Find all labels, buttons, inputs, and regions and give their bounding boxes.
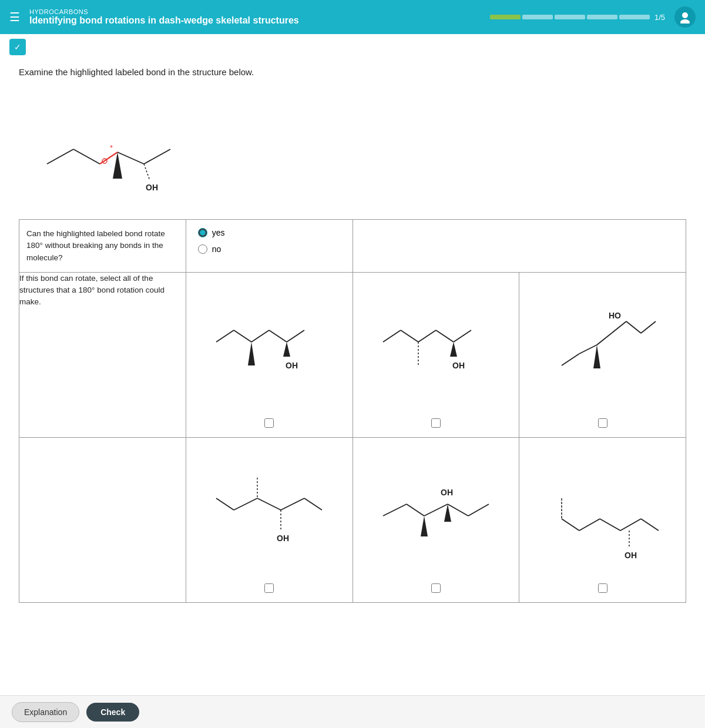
checkbox-6-area bbox=[598, 579, 607, 595]
svg-line-29 bbox=[626, 321, 641, 333]
checkbox-6[interactable] bbox=[598, 583, 607, 593]
structure-4-svg-area: OH bbox=[191, 447, 348, 579]
structure-5-svg-area: OH bbox=[358, 447, 515, 579]
structures-row-2: OH bbox=[19, 437, 686, 602]
question-answer-cell: yes no bbox=[186, 220, 352, 273]
progress-segment-5 bbox=[619, 15, 650, 19]
page-title: Identifying bond rotations in dash-wedge… bbox=[29, 15, 481, 26]
header: ☰ HYDROCARBONS Identifying bond rotation… bbox=[0, 0, 705, 34]
svg-line-55 bbox=[600, 519, 620, 531]
svg-line-3 bbox=[73, 149, 100, 164]
svg-marker-17 bbox=[248, 342, 255, 365]
structures-label-2 bbox=[19, 437, 186, 602]
structures-label: If this bond can rotate, select all of t… bbox=[19, 272, 186, 437]
svg-line-41 bbox=[304, 498, 322, 510]
checkbox-2[interactable] bbox=[431, 418, 441, 428]
structure-4: OH bbox=[186, 438, 352, 602]
svg-line-47 bbox=[448, 504, 468, 516]
svg-line-15 bbox=[269, 330, 287, 342]
svg-marker-51 bbox=[444, 504, 451, 522]
svg-line-10 bbox=[144, 164, 150, 180]
svg-marker-26 bbox=[450, 342, 457, 357]
svg-text:HO: HO bbox=[609, 311, 621, 320]
svg-line-14 bbox=[251, 330, 269, 342]
structure-6-svg-area: OH bbox=[524, 447, 681, 579]
question-row: Can the highlighted labeled bond rotate … bbox=[19, 220, 686, 273]
svg-marker-35 bbox=[593, 345, 600, 368]
progress-segment-3 bbox=[555, 15, 585, 19]
breadcrumb-row: ✓ bbox=[0, 34, 705, 60]
svg-line-45 bbox=[407, 504, 424, 516]
structure-1-svg-area: OH bbox=[191, 282, 348, 414]
check-button[interactable]: Check bbox=[86, 703, 139, 722]
structure-5: OH bbox=[353, 438, 519, 602]
title-block: HYDROCARBONS Identifying bond rotations … bbox=[29, 8, 481, 26]
svg-line-12 bbox=[216, 330, 234, 342]
checkbox-5-area bbox=[431, 579, 441, 595]
bottom-bar: Explanation Check bbox=[0, 695, 705, 728]
svg-line-54 bbox=[579, 519, 600, 531]
svg-line-37 bbox=[234, 498, 257, 510]
structure-1-svg: OH bbox=[210, 301, 328, 395]
svg-line-40 bbox=[281, 498, 304, 510]
structure-2: OH bbox=[353, 273, 519, 437]
svg-text:OH: OH bbox=[286, 361, 298, 370]
svg-line-30 bbox=[641, 321, 656, 333]
checkbox-3[interactable] bbox=[598, 418, 607, 428]
question-label: Can the highlighted labeled bond rotate … bbox=[19, 220, 186, 273]
checkbox-4-area bbox=[264, 579, 274, 595]
structure-3: HO bbox=[519, 273, 686, 437]
checkbox-5[interactable] bbox=[431, 583, 441, 593]
structure-2-svg-area: OH bbox=[358, 282, 515, 414]
svg-point-1 bbox=[680, 19, 690, 24]
structure-cell-6: OH bbox=[519, 437, 686, 602]
checkbox-1[interactable] bbox=[264, 418, 274, 428]
structures-row: If this bond can rotate, select all of t… bbox=[19, 272, 686, 437]
svg-line-7 bbox=[118, 152, 144, 164]
structure-cell-3: HO bbox=[519, 272, 686, 437]
svg-line-56 bbox=[620, 519, 641, 531]
structure-2-svg: OH bbox=[377, 301, 495, 395]
radio-no-row: no bbox=[198, 244, 341, 254]
structure-cell-2: OH bbox=[352, 272, 519, 437]
radio-no-label: no bbox=[212, 244, 221, 254]
svg-text:*: * bbox=[110, 143, 113, 152]
svg-line-20 bbox=[383, 330, 401, 342]
menu-icon[interactable]: ☰ bbox=[9, 10, 20, 24]
svg-point-0 bbox=[682, 12, 688, 18]
svg-line-31 bbox=[612, 321, 626, 333]
svg-line-22 bbox=[418, 330, 436, 342]
checkbox-3-area bbox=[598, 414, 607, 430]
svg-marker-18 bbox=[283, 342, 290, 357]
structure-1: OH bbox=[186, 273, 352, 437]
svg-line-16 bbox=[287, 330, 304, 342]
svg-line-46 bbox=[424, 504, 448, 516]
checkbox-4[interactable] bbox=[264, 583, 274, 593]
structure-cell-1: OH bbox=[186, 272, 352, 437]
svg-line-8 bbox=[144, 149, 170, 164]
structure-cell-5: OH bbox=[352, 437, 519, 602]
svg-line-24 bbox=[454, 330, 471, 342]
progress-bar bbox=[490, 15, 650, 19]
radio-no[interactable] bbox=[198, 244, 207, 254]
svg-line-57 bbox=[641, 519, 659, 531]
chevron-down-button[interactable]: ✓ bbox=[9, 39, 26, 55]
svg-line-34 bbox=[562, 354, 579, 365]
avatar[interactable] bbox=[674, 6, 696, 28]
progress-segment-4 bbox=[587, 15, 617, 19]
radio-yes-label: yes bbox=[212, 228, 225, 237]
main-molecule-svg: * OH bbox=[35, 88, 200, 193]
structure-4-svg: OH bbox=[210, 466, 328, 560]
svg-text:OH: OH bbox=[277, 534, 289, 543]
svg-line-21 bbox=[401, 330, 418, 342]
svg-line-44 bbox=[383, 504, 407, 516]
explanation-button[interactable]: Explanation bbox=[12, 702, 79, 722]
structure-3-svg-area: HO bbox=[524, 282, 681, 414]
structure-cell-4: OH bbox=[186, 437, 352, 602]
progress-segment-2 bbox=[522, 15, 553, 19]
radio-yes[interactable] bbox=[198, 228, 207, 237]
svg-line-33 bbox=[579, 345, 597, 354]
svg-line-13 bbox=[234, 330, 251, 342]
progress-area: 1/5 bbox=[490, 13, 665, 22]
svg-line-39 bbox=[257, 498, 281, 510]
